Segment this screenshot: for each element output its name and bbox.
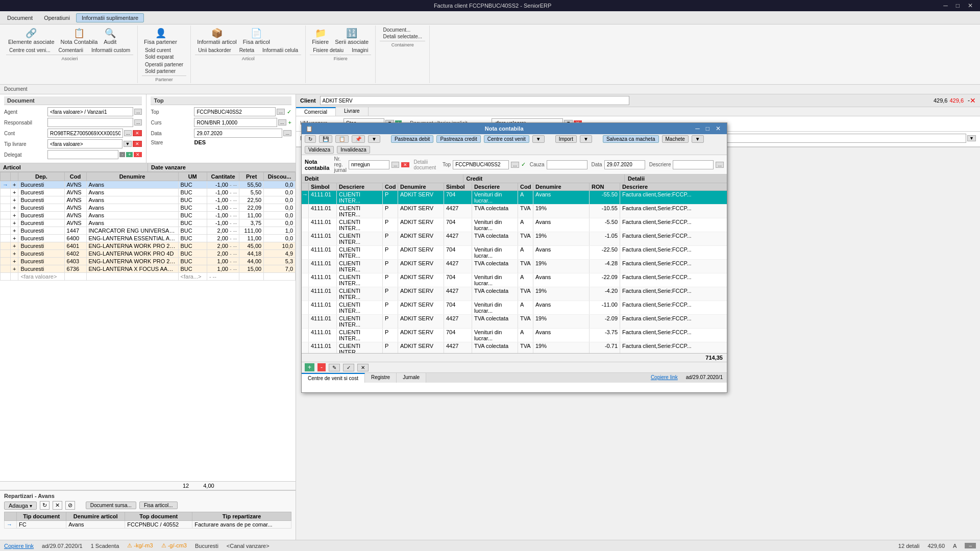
row-expand[interactable]: + [11, 189, 18, 196]
nota-btn-dropdown3[interactable]: ▼ [580, 135, 592, 143]
ribbon-btn-sold-curent[interactable]: Sold curent [142, 47, 174, 54]
data-browse-btn[interactable]: ... [283, 130, 291, 136]
row-expand[interactable]: + [11, 265, 18, 273]
articol-row[interactable]: + Bucuresti 6403 ENG-LANTERNA WORK PRO 2… [1, 258, 296, 265]
articol-row[interactable]: + Bucuresti 6401 ENG-LANTERNA WORK PRO 2… [1, 242, 296, 250]
nota-btn-paste[interactable]: 📌 [352, 135, 365, 143]
nota-close-btn[interactable]: ✕ [714, 125, 723, 132]
nota-btn-dropdown2[interactable]: ▼ [532, 135, 545, 143]
row-expand[interactable]: + [11, 250, 18, 258]
input-curs[interactable] [194, 118, 277, 127]
input-nota-data[interactable] [604, 160, 645, 169]
cont-browse-btn[interactable]: ... [124, 130, 132, 136]
ribbon-btn-centre-cost[interactable]: Centre cost veni... [6, 47, 54, 54]
nota-row[interactable]: 4111.01 CLIENTI INTER... P ADKIT SERV 44… [302, 205, 727, 218]
articol-row[interactable]: + Bucuresti 6402 ENG-LANTERNA WORK PRO 4… [1, 250, 296, 258]
nota-btn-import[interactable]: Import [555, 135, 577, 143]
nota-top-browse-btn[interactable]: ... [511, 162, 519, 168]
row-expand[interactable]: + [11, 181, 18, 189]
nota-row[interactable]: → 4111.01 CLIENTI INTER... P ADKIT SERV … [302, 191, 727, 205]
nota-btn-invalideaza[interactable]: Invalideaza [337, 146, 370, 154]
ribbon-btn-sold-exparat[interactable]: Sold exparat [142, 54, 177, 60]
row-expand[interactable]: + [11, 258, 18, 265]
input-agent[interactable] [47, 107, 133, 116]
repartizari-adauga-btn[interactable]: Adauga ▾ [4, 502, 37, 510]
curs-browse-btn[interactable]: ... [278, 119, 286, 126]
minimize-btn[interactable]: ─ [940, 2, 951, 9]
nota-maximize-btn[interactable]: □ [704, 125, 712, 132]
delegat-clear-btn[interactable]: ✕ [134, 152, 142, 157]
input-cauza[interactable] [547, 160, 587, 169]
ribbon-btn-info-custom[interactable]: Informatii custom [88, 47, 133, 54]
nota-row[interactable]: 4111.01 CLIENTI INTER... P ADKIT SERV 44… [302, 315, 727, 329]
nr-reg-clear-btn[interactable]: ✕ [401, 162, 409, 167]
ribbon-btn-info-articol[interactable]: 📦 Informatii articol [195, 27, 239, 46]
nota-btn-machete[interactable]: Machete [662, 135, 689, 143]
nota-btn-save[interactable]: 💾 [319, 135, 332, 143]
input-responsabil[interactable] [47, 118, 133, 127]
responsabil-browse-btn[interactable]: ... [134, 119, 142, 126]
agent-browse-btn[interactable]: ... [134, 109, 142, 115]
repartizari-refresh-btn[interactable]: ↻ [40, 501, 50, 510]
status-copy-link[interactable]: Copiere link [4, 543, 34, 549]
nota-copy-link[interactable]: Copiere link [647, 373, 682, 383]
ribbon-btn-serii-asociate[interactable]: 🔢 Serii asociate [333, 27, 371, 46]
repartizari-doc-sursa-btn[interactable]: Document sursa... [86, 502, 136, 509]
ribbon-btn-nota-contabila[interactable]: 📋 Nota Contabila [59, 27, 100, 46]
menu-informatii-suplimentare[interactable]: Informatii suplimentare [76, 13, 144, 22]
menu-operatiuni[interactable]: Operatiuni [39, 14, 75, 22]
articol-row[interactable]: + Bucuresti AVNS Avans BUC -1,00 - -- 3,… [1, 219, 296, 227]
articol-empty-row[interactable]: <fara valoare> <fara...> - -- [1, 273, 296, 281]
nota-btn-centre-cost-venit[interactable]: Centre cost venit [484, 135, 529, 143]
ribbon-btn-info-celula[interactable]: Informatii celula [259, 47, 301, 54]
tiplivrare-clear-btn[interactable]: ✕ [133, 141, 142, 147]
nota-tab-centre[interactable]: Centre de venit si cost [302, 373, 365, 383]
row-expand[interactable]: + [11, 242, 18, 250]
delegat-minus-btn[interactable]: - [119, 152, 125, 157]
articol-row[interactable]: + Bucuresti AVNS Avans BUC -1,00 - -- 22… [1, 196, 296, 204]
nota-row[interactable]: 4111.01 CLIENTI INTER... P ADKIT SERV 70… [302, 329, 727, 342]
mod-plata-browse-btn[interactable]: ▼ [967, 135, 976, 141]
nota-row[interactable]: 4111.01 CLIENTI INTER... P ADKIT SERV 70… [302, 218, 727, 232]
repartizari-fisa-articol-btn[interactable]: Fisa articol... [139, 502, 178, 509]
ribbon-btn-fisiere-detaliu[interactable]: Fisiere detaiu [310, 47, 347, 54]
repartizari-delete-btn[interactable]: ✕ [53, 501, 62, 510]
window-controls[interactable]: ─ □ ✕ [940, 2, 976, 9]
nota-row[interactable]: 4111.01 CLIENTI INTER... P ADKIT SERV 70… [302, 246, 727, 260]
articol-row[interactable]: + Bucuresti 6400 ENG-LANTERNA ESSENTIAL … [1, 235, 296, 242]
nota-btn-salveaza-macheta[interactable]: Salveaza ca macheta [603, 135, 659, 143]
ribbon-btn-fisa-articol[interactable]: 📄 Fisa articol [241, 27, 272, 46]
tab-livrare[interactable]: Livrare [336, 107, 369, 116]
row-expand[interactable]: + [11, 196, 18, 204]
row-expand[interactable]: + [11, 204, 18, 212]
ribbon-btn-fisiere[interactable]: 📁 Fisiere [310, 27, 331, 46]
nota-tab-jurnale[interactable]: Jurnale [397, 373, 426, 383]
articol-row[interactable]: → + Bucuresti AVNS Avans BUC -1,00 - -- … [1, 181, 296, 189]
nota-tab-registre[interactable]: Registre [365, 373, 397, 383]
articol-row[interactable]: + Bucuresti AVNS Avans BUC -1,00 - -- 11… [1, 212, 296, 219]
ribbon-btn-elemente-asociate[interactable]: 🔗 Elemente asociate [6, 27, 57, 46]
input-delegat[interactable] [47, 150, 118, 159]
close-btn[interactable]: ✕ [965, 2, 976, 9]
nota-btn-refresh[interactable]: ↻ [305, 135, 316, 143]
delegat-plus-btn[interactable]: + [126, 152, 133, 157]
input-nr-reg[interactable] [349, 160, 389, 169]
nota-edit-btn[interactable]: ✎ [329, 364, 340, 371]
ribbon-btn-sold-partener[interactable]: Sold partener [142, 68, 179, 74]
input-tiplivrare[interactable] [47, 139, 122, 148]
nota-x-btn[interactable]: ✕ [357, 364, 369, 371]
maximize-btn[interactable]: □ [953, 2, 963, 9]
nota-row[interactable]: 4111.01 CLIENTI INTER... P ADKIT SERV 44… [302, 342, 727, 353]
articol-row[interactable]: + Bucuresti AVNS Avans BUC -1,00 - -- 5,… [1, 189, 296, 196]
nota-check-btn[interactable]: ✓ [343, 364, 354, 371]
nota-btn-copy[interactable]: 📋 [335, 135, 349, 143]
nota-row[interactable]: 4111.01 CLIENTI INTER... P ADKIT SERV 70… [302, 301, 727, 315]
input-cont[interactable] [47, 129, 123, 138]
menu-document[interactable]: Document [2, 14, 38, 22]
input-data[interactable] [194, 129, 282, 138]
nota-remove-btn[interactable]: - [317, 363, 326, 371]
nota-row[interactable]: 4111.01 CLIENTI INTER... P ADKIT SERV 70… [302, 273, 727, 287]
input-nota-top[interactable] [453, 160, 509, 169]
cont-clear-btn[interactable]: ✕ [133, 130, 142, 136]
articol-row[interactable]: + Bucuresti 6736 ENG-LANTERNA X FOCUS AA… [1, 265, 296, 273]
